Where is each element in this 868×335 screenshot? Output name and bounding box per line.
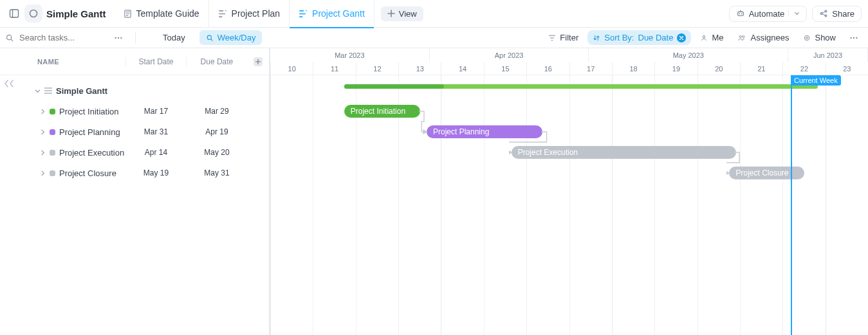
- ellipsis-icon: [849, 33, 858, 42]
- task-name: Project Execution: [59, 148, 124, 158]
- task-due[interactable]: May 20: [187, 148, 247, 157]
- assignees-label: Assignees: [750, 33, 789, 42]
- task-bar-label: Project Planning: [433, 127, 489, 136]
- task-name: Project Planning: [59, 127, 120, 137]
- col-due[interactable]: Due Date: [187, 57, 247, 66]
- task-due[interactable]: May 31: [187, 168, 247, 177]
- svg-rect-0: [10, 10, 19, 17]
- view-tabs: Template Guide Project Plan Project Gant…: [114, 0, 374, 28]
- col-name[interactable]: NAME: [0, 58, 125, 66]
- week-header[interactable]: 18: [612, 62, 654, 75]
- week-header[interactable]: 21: [740, 62, 782, 75]
- week-header[interactable]: 20: [697, 62, 740, 75]
- ellipsis-icon: [114, 33, 123, 42]
- toggle-sidebar-button[interactable]: [5, 5, 23, 23]
- timeline-body[interactable]: Project Initiation Project Planning Proj…: [270, 75, 868, 335]
- tab-label: Template Guide: [136, 8, 199, 19]
- clear-sort-button[interactable]: [677, 33, 686, 42]
- caret-down-icon[interactable]: [35, 88, 41, 94]
- week-header[interactable]: 15: [484, 62, 526, 75]
- task-bar-label: Project Closure: [735, 168, 788, 177]
- col-start[interactable]: Start Date: [125, 57, 186, 66]
- task-table: NAME Start Date Due Date Simple Gantt Pr…: [0, 48, 270, 335]
- week-header[interactable]: 17: [569, 62, 612, 75]
- week-header[interactable]: 19: [654, 62, 697, 75]
- more-options-button[interactable]: [109, 29, 127, 47]
- caret-right-icon[interactable]: [40, 109, 46, 114]
- table-rows: Simple Gantt Project Initiation Mar 17 M…: [0, 75, 269, 183]
- svg-point-23: [850, 37, 851, 38]
- week-header[interactable]: 23: [826, 62, 868, 75]
- timeline-column: [740, 75, 782, 335]
- week-header[interactable]: 14: [441, 62, 483, 75]
- task-start[interactable]: Apr 14: [125, 148, 186, 157]
- search-icon: [5, 33, 14, 42]
- week-header[interactable]: 16: [526, 62, 569, 75]
- task-row[interactable]: Project Closure May 19 May 31: [0, 163, 269, 183]
- tab-plan[interactable]: Project Plan: [209, 0, 290, 28]
- week-header[interactable]: 13: [398, 62, 441, 75]
- search-tasks[interactable]: [5, 32, 102, 43]
- gantt-toolbar: Today Week/Day Filter Sort By: Due Date …: [0, 28, 868, 48]
- search-input[interactable]: [18, 32, 102, 43]
- gantt-tab-icon: [218, 9, 228, 19]
- me-filter-button[interactable]: Me: [695, 31, 728, 44]
- task-row[interactable]: Project Execution Apr 14 May 20: [0, 142, 269, 163]
- svg-point-20: [743, 35, 744, 37]
- task-row[interactable]: Project Planning Mar 31 Apr 19: [0, 122, 269, 142]
- timeline-column: [270, 75, 313, 335]
- gantt-timeline[interactable]: Mar 2023Apr 2023May 2023Jun 2023 1011121…: [270, 48, 868, 335]
- filter-button[interactable]: Filter: [543, 31, 584, 44]
- svg-point-10: [825, 15, 827, 17]
- current-week-label: Current Week: [791, 75, 841, 86]
- automate-button[interactable]: Automate: [729, 6, 808, 22]
- task-due[interactable]: Apr 19: [187, 127, 247, 136]
- project-title: Simple Gantt: [46, 8, 106, 19]
- add-view-button[interactable]: View: [381, 6, 423, 21]
- overflow-button[interactable]: [845, 29, 863, 47]
- task-start[interactable]: Mar 17: [125, 107, 186, 116]
- task-due[interactable]: Mar 29: [187, 107, 247, 116]
- share-icon: [819, 9, 828, 18]
- share-button[interactable]: Share: [812, 6, 862, 22]
- timescale-chip[interactable]: Week/Day: [199, 30, 263, 45]
- show-button[interactable]: Show: [798, 31, 841, 44]
- task-bar-label: Project Initiation: [351, 107, 405, 116]
- today-button[interactable]: Today: [156, 31, 192, 44]
- task-start[interactable]: Mar 31: [125, 127, 186, 136]
- svg-point-6: [741, 14, 743, 15]
- task-start[interactable]: May 19: [125, 168, 186, 177]
- eye-like-icon: [803, 34, 811, 42]
- timeline-column: [654, 75, 697, 335]
- caret-right-icon[interactable]: [40, 170, 46, 176]
- task-bar-plan[interactable]: Project Planning: [427, 125, 542, 138]
- svg-point-19: [740, 35, 742, 37]
- week-header[interactable]: 22: [782, 62, 825, 75]
- timescale-label: Week/Day: [217, 33, 256, 42]
- caret-right-icon[interactable]: [40, 150, 46, 156]
- month-header: May 2023: [589, 48, 788, 62]
- task-row[interactable]: Project Initiation Mar 17 Mar 29: [0, 101, 269, 122]
- week-header[interactable]: 10: [270, 62, 313, 75]
- show-label: Show: [815, 33, 836, 42]
- svg-point-13: [115, 37, 116, 38]
- timeline-column: [826, 75, 868, 335]
- task-bar-close[interactable]: Project Closure: [729, 167, 804, 179]
- sort-chip[interactable]: Sort By: Due Date: [587, 30, 691, 45]
- tab-gantt[interactable]: Project Gantt: [290, 0, 374, 28]
- collapse-panel-button[interactable]: [4, 79, 14, 88]
- timeline-column: [569, 75, 612, 335]
- task-bar-exec[interactable]: Project Execution: [512, 146, 736, 159]
- assignees-button[interactable]: Assignees: [732, 31, 794, 44]
- week-header[interactable]: 11: [313, 62, 355, 75]
- group-row[interactable]: Simple Gantt: [0, 80, 269, 101]
- gantt-tab-icon: [123, 9, 133, 19]
- caret-right-icon[interactable]: [40, 129, 46, 135]
- svg-point-15: [120, 37, 122, 38]
- tab-guide[interactable]: Template Guide: [114, 0, 209, 28]
- task-bar-init[interactable]: Project Initiation: [344, 105, 420, 118]
- add-column-button[interactable]: [247, 57, 269, 67]
- week-header[interactable]: 12: [356, 62, 398, 75]
- user-icon: [700, 34, 708, 42]
- share-label: Share: [832, 9, 854, 19]
